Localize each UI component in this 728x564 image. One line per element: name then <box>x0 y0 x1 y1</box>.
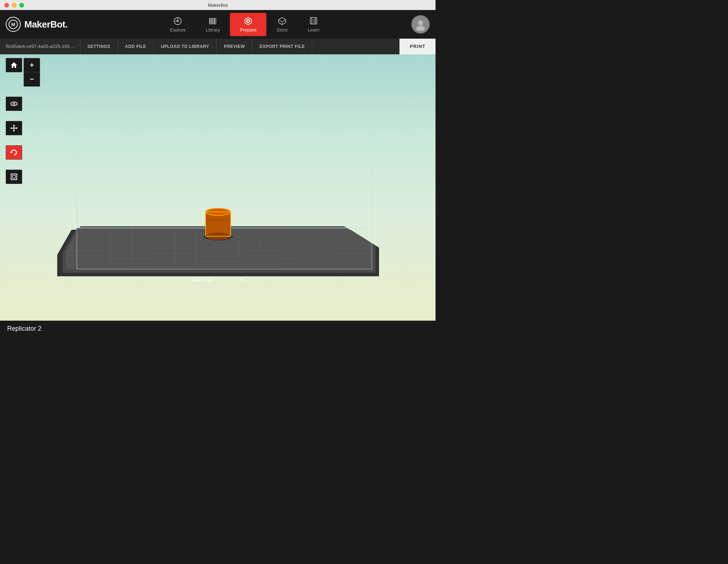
export-print-file-button[interactable]: EXPORT PRINT FILE <box>252 39 313 54</box>
makerbot-logo-icon: M <box>8 19 18 29</box>
svg-rect-18 <box>310 18 315 24</box>
rotate-icon <box>10 149 18 156</box>
home-button[interactable] <box>6 58 22 72</box>
add-file-button[interactable]: ADD FILE <box>118 39 154 54</box>
zoom-controls: + − <box>24 58 40 87</box>
svg-rect-12 <box>213 18 215 24</box>
brand-name: MakerBot. <box>24 19 68 30</box>
svg-rect-56 <box>11 174 17 180</box>
explore-label: Explore <box>170 27 186 33</box>
learn-icon <box>309 16 318 26</box>
nav-learn[interactable]: Learn <box>298 13 330 36</box>
maximize-button[interactable] <box>19 3 24 8</box>
settings-button[interactable]: SETTINGS <box>80 39 118 54</box>
navbar: M MakerBot. Explore <box>0 10 436 39</box>
filename-label: f5c65de4-ce97-4a05-a225-193… <box>0 44 80 49</box>
logo-area: M MakerBot. <box>6 17 68 32</box>
library-label: Library <box>206 27 220 33</box>
explore-icon <box>173 16 182 26</box>
home-zoom-group: + − <box>6 58 40 87</box>
svg-rect-25 <box>0 54 436 321</box>
svg-marker-54 <box>16 127 18 129</box>
nav-prepare[interactable]: Prepare <box>230 13 266 36</box>
learn-label: Learn <box>308 27 320 33</box>
store-icon <box>277 16 287 26</box>
store-label: Store <box>276 27 287 33</box>
prepare-icon <box>244 16 253 26</box>
window-title: MakerBot <box>208 3 228 8</box>
nav-library[interactable]: Library <box>196 13 230 36</box>
svg-marker-52 <box>13 130 15 132</box>
svg-rect-13 <box>215 18 216 24</box>
move-button[interactable] <box>6 121 22 135</box>
toolbar: f5c65de4-ce97-4a05-a225-193… SETTINGS AD… <box>0 39 436 54</box>
svg-marker-53 <box>10 127 12 129</box>
svg-point-24 <box>416 26 425 31</box>
titlebar: MakerBot <box>0 0 436 10</box>
home-icon <box>10 61 18 69</box>
profile-button[interactable] <box>411 15 430 34</box>
nav-explore[interactable]: Explore <box>160 13 196 36</box>
svg-rect-57 <box>13 175 15 178</box>
frame-button[interactable] <box>6 170 22 184</box>
zoom-out-button[interactable]: − <box>24 72 40 87</box>
svg-point-23 <box>418 20 423 25</box>
upload-to-library-button[interactable]: UPLOAD TO LIBRARY <box>154 39 217 54</box>
makerbot-logo-circle: M <box>6 17 21 32</box>
frame-icon <box>10 173 18 181</box>
prepare-label: Prepare <box>240 27 256 33</box>
move-icon <box>10 124 18 132</box>
window-controls[interactable] <box>4 3 24 8</box>
preview-button[interactable]: PREVIEW <box>217 39 252 54</box>
statusbar: Replicator 2 <box>0 321 436 336</box>
svg-marker-51 <box>13 125 15 126</box>
svg-point-48 <box>14 103 15 104</box>
close-button[interactable] <box>4 3 9 8</box>
print-button[interactable]: PRINT <box>399 39 436 54</box>
3d-scene: MakerBot <box>0 54 436 321</box>
viewport[interactable]: MakerBot + − <box>0 54 436 321</box>
profile-avatar-icon <box>414 18 427 31</box>
nav-items: Explore Library Prepare <box>78 13 411 36</box>
nav-store[interactable]: Store <box>266 13 297 36</box>
rotate-button[interactable] <box>6 145 22 160</box>
library-icon <box>208 16 217 26</box>
svg-rect-10 <box>209 18 211 24</box>
left-toolbar: + − <box>6 58 40 184</box>
view-button[interactable] <box>6 97 22 111</box>
bed-watermark: MakerBot <box>191 277 214 283</box>
svg-rect-19 <box>312 18 317 24</box>
minimize-button[interactable] <box>12 3 16 8</box>
svg-rect-11 <box>211 18 213 24</box>
zoom-in-button[interactable]: + <box>24 58 40 72</box>
printer-name: Replicator 2 <box>7 325 41 332</box>
eye-icon <box>10 100 18 108</box>
svg-text:M: M <box>11 22 15 27</box>
svg-marker-45 <box>11 62 17 68</box>
